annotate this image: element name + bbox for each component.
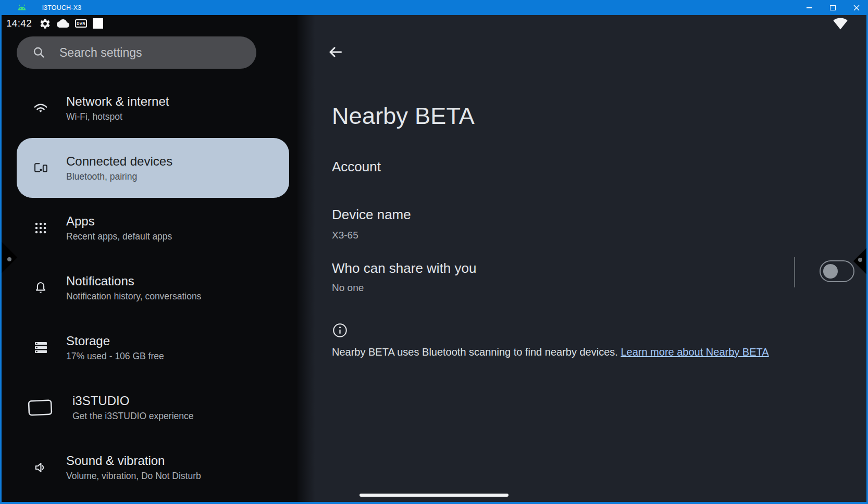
sidebar-item-storage[interactable]: Storage 17% used - 106 GB free	[2, 318, 297, 377]
search-placeholder: Search settings	[59, 46, 142, 60]
sidebar-item-label: Network & internet	[66, 94, 169, 109]
sidebar-item-label: Sound & vibration	[66, 453, 201, 469]
window-border-left	[0, 15, 2, 504]
dvr-icon: DVR	[75, 19, 87, 28]
device-name-value: X3-65	[332, 230, 358, 241]
sidebar-item-label: Notifications	[66, 273, 201, 289]
storage-icon	[33, 341, 48, 354]
sidebar-item-connected-devices[interactable]: Connected devices Bluetooth, pairing	[17, 138, 289, 198]
sidebar-item-sublabel: Volume, vibration, Do Not Disturb	[66, 470, 201, 482]
search-icon	[32, 46, 46, 59]
close-icon	[853, 5, 860, 11]
share-visibility-label[interactable]: Who can share with you	[332, 260, 476, 276]
display-icon	[28, 399, 53, 417]
left-edge-handle-dot	[7, 257, 11, 261]
settings-gear-icon	[39, 18, 51, 30]
white-square-icon	[93, 18, 103, 29]
sidebar-item-sublabel: Notification history, conversations	[66, 291, 201, 303]
clock: 14:42	[6, 18, 32, 29]
info-icon	[332, 323, 348, 338]
cloud-icon	[57, 17, 69, 30]
sidebar-item-i3studio[interactable]: i3STUDIO Get the i3STUDIO experience	[2, 377, 297, 437]
sidebar-item-sublabel: Bluetooth, pairing	[66, 171, 172, 183]
nearby-settings-panel: Nearby BETA Account Device name X3-65 Wh…	[297, 15, 866, 502]
sidebar-item-label: i3STUDIO	[72, 393, 193, 409]
info-text: Nearby BETA uses Bluetooth scanning to f…	[332, 346, 621, 358]
right-edge-handle-dot	[858, 258, 862, 262]
sidebar-item-sublabel: Wi-Fi, hotspot	[66, 111, 169, 123]
sidebar-item-network-internet[interactable]: Network & internet Wi-Fi, hotspot	[2, 78, 297, 138]
window-titlebar: i3TOUCH-X3	[0, 0, 868, 15]
settings-sidebar: Search settings Network & internet Wi-Fi…	[2, 15, 297, 502]
window-border-bottom	[0, 502, 868, 504]
minimize-button[interactable]	[798, 0, 821, 15]
android-screen: 14:42 DVR Search settings	[2, 15, 866, 502]
sidebar-item-sublabel: Get the i3STUDIO experience	[72, 410, 193, 422]
back-button[interactable]	[328, 44, 343, 60]
android-icon	[16, 3, 28, 12]
settings-menu: Network & internet Wi-Fi, hotspot Connec…	[2, 78, 297, 497]
bell-icon	[33, 281, 48, 295]
share-visibility-value: No one	[332, 282, 364, 294]
learn-more-link[interactable]: Learn more about Nearby BETA	[621, 346, 768, 358]
wifi-status-icon	[833, 18, 848, 30]
row-divider	[794, 257, 795, 287]
maximize-button[interactable]	[821, 0, 845, 15]
wifi-icon	[33, 101, 48, 116]
share-toggle[interactable]	[820, 260, 854, 282]
sidebar-item-apps[interactable]: Apps Recent apps, default apps	[2, 198, 297, 258]
page-title: Nearby BETA	[332, 103, 475, 130]
toggle-knob	[823, 264, 838, 279]
info-description: Nearby BETA uses Bluetooth scanning to f…	[332, 345, 801, 359]
devices-icon	[33, 161, 48, 175]
sidebar-item-label: Storage	[66, 333, 164, 349]
search-input[interactable]: Search settings	[17, 36, 256, 69]
device-name-label[interactable]: Device name	[332, 207, 411, 223]
sidebar-item-sublabel: 17% used - 106 GB free	[66, 350, 164, 362]
sidebar-item-notifications[interactable]: Notifications Notification history, conv…	[2, 258, 297, 318]
sidebar-item-sublabel: Recent apps, default apps	[66, 231, 172, 243]
sidebar-item-label: Apps	[66, 213, 172, 229]
navigation-gesture-bar[interactable]	[359, 494, 509, 497]
window-title: i3TOUCH-X3	[42, 4, 81, 11]
status-bar: 14:42 DVR	[2, 15, 866, 32]
close-button[interactable]	[845, 0, 868, 15]
speaker-icon	[33, 461, 48, 474]
sidebar-item-label: Connected devices	[66, 154, 172, 169]
account-row[interactable]: Account	[332, 159, 381, 175]
apps-grid-icon	[33, 221, 48, 235]
sidebar-item-sound-vibration[interactable]: Sound & vibration Volume, vibration, Do …	[2, 437, 297, 497]
